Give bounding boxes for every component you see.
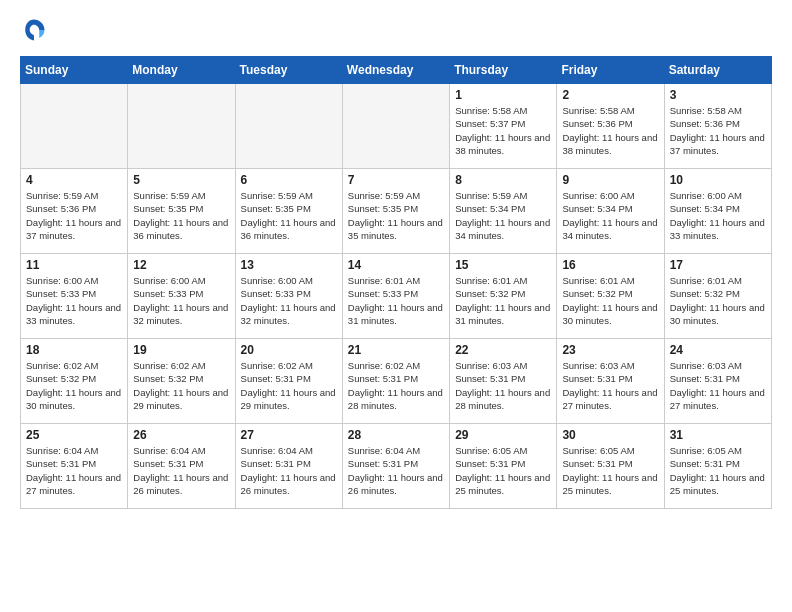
calendar-table: SundayMondayTuesdayWednesdayThursdayFrid… bbox=[20, 56, 772, 509]
calendar-cell: 2Sunrise: 5:58 AM Sunset: 5:36 PM Daylig… bbox=[557, 84, 664, 169]
calendar-cell bbox=[342, 84, 449, 169]
calendar-cell: 28Sunrise: 6:04 AM Sunset: 5:31 PM Dayli… bbox=[342, 424, 449, 509]
calendar-cell: 14Sunrise: 6:01 AM Sunset: 5:33 PM Dayli… bbox=[342, 254, 449, 339]
day-detail: Sunrise: 6:01 AM Sunset: 5:32 PM Dayligh… bbox=[670, 274, 766, 327]
day-detail: Sunrise: 6:05 AM Sunset: 5:31 PM Dayligh… bbox=[455, 444, 551, 497]
day-number: 26 bbox=[133, 428, 229, 442]
day-detail: Sunrise: 6:00 AM Sunset: 5:33 PM Dayligh… bbox=[133, 274, 229, 327]
calendar-cell: 3Sunrise: 5:58 AM Sunset: 5:36 PM Daylig… bbox=[664, 84, 771, 169]
logo bbox=[20, 16, 52, 44]
calendar-cell: 23Sunrise: 6:03 AM Sunset: 5:31 PM Dayli… bbox=[557, 339, 664, 424]
day-detail: Sunrise: 5:59 AM Sunset: 5:34 PM Dayligh… bbox=[455, 189, 551, 242]
day-number: 27 bbox=[241, 428, 337, 442]
calendar-cell: 5Sunrise: 5:59 AM Sunset: 5:35 PM Daylig… bbox=[128, 169, 235, 254]
day-number: 31 bbox=[670, 428, 766, 442]
day-detail: Sunrise: 5:59 AM Sunset: 5:36 PM Dayligh… bbox=[26, 189, 122, 242]
calendar-cell bbox=[235, 84, 342, 169]
header-cell-saturday: Saturday bbox=[664, 57, 771, 84]
day-number: 20 bbox=[241, 343, 337, 357]
calendar-cell: 30Sunrise: 6:05 AM Sunset: 5:31 PM Dayli… bbox=[557, 424, 664, 509]
day-number: 22 bbox=[455, 343, 551, 357]
week-row-4: 18Sunrise: 6:02 AM Sunset: 5:32 PM Dayli… bbox=[21, 339, 772, 424]
day-number: 11 bbox=[26, 258, 122, 272]
logo-icon bbox=[20, 16, 48, 44]
calendar-cell: 15Sunrise: 6:01 AM Sunset: 5:32 PM Dayli… bbox=[450, 254, 557, 339]
header-cell-monday: Monday bbox=[128, 57, 235, 84]
day-number: 13 bbox=[241, 258, 337, 272]
day-detail: Sunrise: 6:02 AM Sunset: 5:32 PM Dayligh… bbox=[133, 359, 229, 412]
week-row-2: 4Sunrise: 5:59 AM Sunset: 5:36 PM Daylig… bbox=[21, 169, 772, 254]
day-number: 19 bbox=[133, 343, 229, 357]
calendar-cell: 21Sunrise: 6:02 AM Sunset: 5:31 PM Dayli… bbox=[342, 339, 449, 424]
day-detail: Sunrise: 5:59 AM Sunset: 5:35 PM Dayligh… bbox=[348, 189, 444, 242]
day-detail: Sunrise: 5:58 AM Sunset: 5:37 PM Dayligh… bbox=[455, 104, 551, 157]
day-detail: Sunrise: 6:01 AM Sunset: 5:32 PM Dayligh… bbox=[562, 274, 658, 327]
day-detail: Sunrise: 6:03 AM Sunset: 5:31 PM Dayligh… bbox=[455, 359, 551, 412]
day-detail: Sunrise: 6:00 AM Sunset: 5:34 PM Dayligh… bbox=[562, 189, 658, 242]
day-number: 14 bbox=[348, 258, 444, 272]
calendar-cell: 11Sunrise: 6:00 AM Sunset: 5:33 PM Dayli… bbox=[21, 254, 128, 339]
calendar-cell: 8Sunrise: 5:59 AM Sunset: 5:34 PM Daylig… bbox=[450, 169, 557, 254]
day-number: 29 bbox=[455, 428, 551, 442]
day-detail: Sunrise: 6:05 AM Sunset: 5:31 PM Dayligh… bbox=[562, 444, 658, 497]
day-number: 10 bbox=[670, 173, 766, 187]
day-detail: Sunrise: 5:58 AM Sunset: 5:36 PM Dayligh… bbox=[562, 104, 658, 157]
day-detail: Sunrise: 6:05 AM Sunset: 5:31 PM Dayligh… bbox=[670, 444, 766, 497]
day-number: 15 bbox=[455, 258, 551, 272]
day-number: 17 bbox=[670, 258, 766, 272]
calendar-cell: 31Sunrise: 6:05 AM Sunset: 5:31 PM Dayli… bbox=[664, 424, 771, 509]
calendar-cell bbox=[128, 84, 235, 169]
calendar-cell: 12Sunrise: 6:00 AM Sunset: 5:33 PM Dayli… bbox=[128, 254, 235, 339]
calendar-cell: 16Sunrise: 6:01 AM Sunset: 5:32 PM Dayli… bbox=[557, 254, 664, 339]
calendar-cell: 1Sunrise: 5:58 AM Sunset: 5:37 PM Daylig… bbox=[450, 84, 557, 169]
day-number: 21 bbox=[348, 343, 444, 357]
day-number: 25 bbox=[26, 428, 122, 442]
week-row-3: 11Sunrise: 6:00 AM Sunset: 5:33 PM Dayli… bbox=[21, 254, 772, 339]
day-detail: Sunrise: 6:03 AM Sunset: 5:31 PM Dayligh… bbox=[670, 359, 766, 412]
day-number: 30 bbox=[562, 428, 658, 442]
header-cell-tuesday: Tuesday bbox=[235, 57, 342, 84]
day-detail: Sunrise: 6:00 AM Sunset: 5:34 PM Dayligh… bbox=[670, 189, 766, 242]
week-row-1: 1Sunrise: 5:58 AM Sunset: 5:37 PM Daylig… bbox=[21, 84, 772, 169]
calendar-cell: 17Sunrise: 6:01 AM Sunset: 5:32 PM Dayli… bbox=[664, 254, 771, 339]
header-cell-friday: Friday bbox=[557, 57, 664, 84]
day-number: 3 bbox=[670, 88, 766, 102]
calendar-cell bbox=[21, 84, 128, 169]
day-number: 6 bbox=[241, 173, 337, 187]
day-number: 1 bbox=[455, 88, 551, 102]
calendar-cell: 6Sunrise: 5:59 AM Sunset: 5:35 PM Daylig… bbox=[235, 169, 342, 254]
calendar-cell: 19Sunrise: 6:02 AM Sunset: 5:32 PM Dayli… bbox=[128, 339, 235, 424]
day-number: 7 bbox=[348, 173, 444, 187]
day-detail: Sunrise: 5:59 AM Sunset: 5:35 PM Dayligh… bbox=[241, 189, 337, 242]
day-number: 24 bbox=[670, 343, 766, 357]
day-number: 9 bbox=[562, 173, 658, 187]
day-number: 16 bbox=[562, 258, 658, 272]
page: SundayMondayTuesdayWednesdayThursdayFrid… bbox=[0, 0, 792, 525]
day-detail: Sunrise: 6:04 AM Sunset: 5:31 PM Dayligh… bbox=[133, 444, 229, 497]
day-detail: Sunrise: 6:04 AM Sunset: 5:31 PM Dayligh… bbox=[348, 444, 444, 497]
calendar-cell: 9Sunrise: 6:00 AM Sunset: 5:34 PM Daylig… bbox=[557, 169, 664, 254]
header-cell-sunday: Sunday bbox=[21, 57, 128, 84]
day-detail: Sunrise: 6:02 AM Sunset: 5:31 PM Dayligh… bbox=[348, 359, 444, 412]
day-detail: Sunrise: 6:04 AM Sunset: 5:31 PM Dayligh… bbox=[241, 444, 337, 497]
day-number: 2 bbox=[562, 88, 658, 102]
day-number: 4 bbox=[26, 173, 122, 187]
day-detail: Sunrise: 5:58 AM Sunset: 5:36 PM Dayligh… bbox=[670, 104, 766, 157]
header bbox=[20, 16, 772, 44]
week-row-5: 25Sunrise: 6:04 AM Sunset: 5:31 PM Dayli… bbox=[21, 424, 772, 509]
calendar-cell: 29Sunrise: 6:05 AM Sunset: 5:31 PM Dayli… bbox=[450, 424, 557, 509]
day-number: 12 bbox=[133, 258, 229, 272]
calendar-cell: 25Sunrise: 6:04 AM Sunset: 5:31 PM Dayli… bbox=[21, 424, 128, 509]
header-cell-thursday: Thursday bbox=[450, 57, 557, 84]
calendar-cell: 18Sunrise: 6:02 AM Sunset: 5:32 PM Dayli… bbox=[21, 339, 128, 424]
day-number: 23 bbox=[562, 343, 658, 357]
day-number: 5 bbox=[133, 173, 229, 187]
calendar-cell: 26Sunrise: 6:04 AM Sunset: 5:31 PM Dayli… bbox=[128, 424, 235, 509]
calendar-cell: 13Sunrise: 6:00 AM Sunset: 5:33 PM Dayli… bbox=[235, 254, 342, 339]
header-row: SundayMondayTuesdayWednesdayThursdayFrid… bbox=[21, 57, 772, 84]
day-detail: Sunrise: 5:59 AM Sunset: 5:35 PM Dayligh… bbox=[133, 189, 229, 242]
day-number: 18 bbox=[26, 343, 122, 357]
day-detail: Sunrise: 6:04 AM Sunset: 5:31 PM Dayligh… bbox=[26, 444, 122, 497]
day-detail: Sunrise: 6:00 AM Sunset: 5:33 PM Dayligh… bbox=[26, 274, 122, 327]
calendar-cell: 24Sunrise: 6:03 AM Sunset: 5:31 PM Dayli… bbox=[664, 339, 771, 424]
